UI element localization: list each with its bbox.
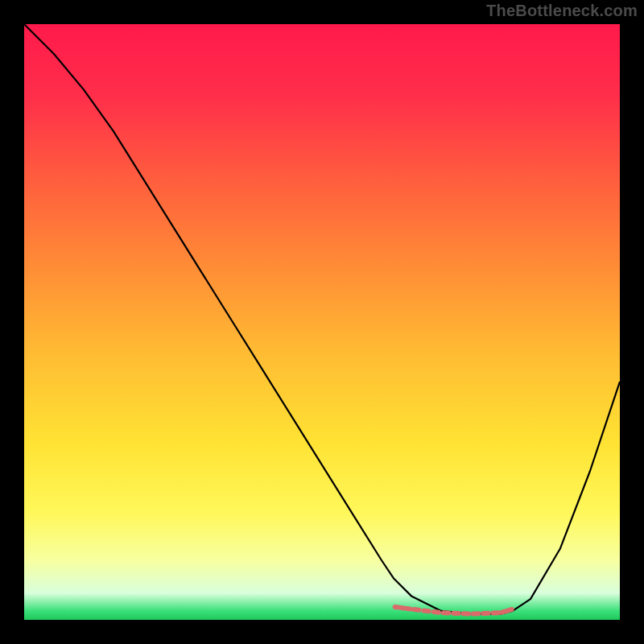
optimal-band-segment (414, 609, 419, 610)
optimal-band-segment (395, 607, 398, 608)
watermark-text: TheBottleneck.com (486, 2, 638, 20)
chart-frame: TheBottleneck.com (0, 0, 644, 644)
optimal-band-segment (407, 609, 410, 609)
optimal-band-segment (401, 608, 404, 609)
optimal-band-segment (510, 609, 512, 610)
gradient-background (24, 24, 620, 620)
plot-area (24, 24, 620, 620)
optimal-band-segment (423, 611, 428, 612)
optimal-band-segment (434, 612, 439, 613)
chart-svg (24, 24, 620, 620)
